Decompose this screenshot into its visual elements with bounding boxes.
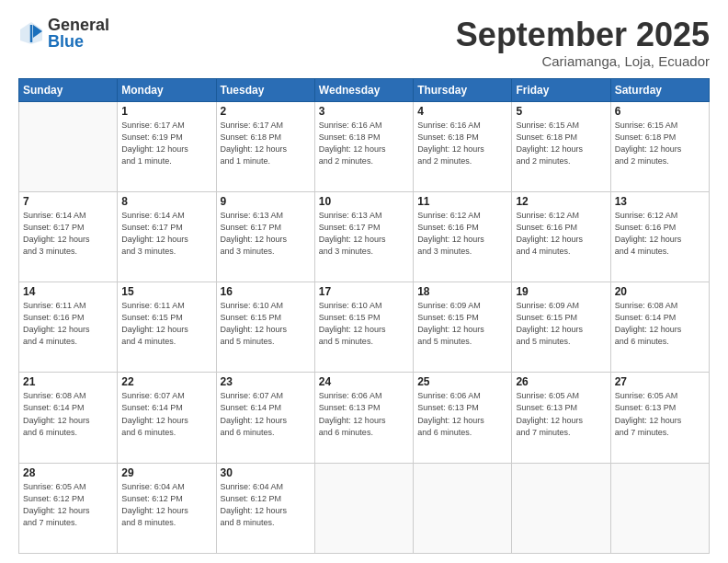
day-info: Sunrise: 6:04 AM Sunset: 6:12 PM Dayligh… <box>121 481 211 529</box>
day-info: Sunrise: 6:08 AM Sunset: 6:14 PM Dayligh… <box>615 300 705 348</box>
day-info: Sunrise: 6:05 AM Sunset: 6:13 PM Dayligh… <box>615 390 705 438</box>
table-cell <box>19 101 118 191</box>
logo: General Blue <box>18 17 109 50</box>
day-info: Sunrise: 6:07 AM Sunset: 6:14 PM Dayligh… <box>121 390 211 438</box>
day-info: Sunrise: 6:11 AM Sunset: 6:16 PM Dayligh… <box>23 300 113 348</box>
day-number: 11 <box>417 195 507 208</box>
day-info: Sunrise: 6:09 AM Sunset: 6:15 PM Dayligh… <box>417 300 507 348</box>
table-cell: 16Sunrise: 6:10 AM Sunset: 6:15 PM Dayli… <box>216 282 314 373</box>
day-info: Sunrise: 6:07 AM Sunset: 6:14 PM Dayligh… <box>221 390 311 438</box>
day-info: Sunrise: 6:10 AM Sunset: 6:15 PM Dayligh… <box>221 300 311 348</box>
day-number: 20 <box>615 285 705 298</box>
col-saturday: Saturday <box>610 78 709 101</box>
day-number: 29 <box>121 466 211 479</box>
day-info: Sunrise: 6:16 AM Sunset: 6:18 PM Dayligh… <box>319 120 409 167</box>
table-cell: 12Sunrise: 6:12 AM Sunset: 6:16 PM Dayli… <box>512 191 610 282</box>
day-number: 1 <box>121 105 211 118</box>
col-tuesday: Tuesday <box>216 78 314 101</box>
col-sunday: Sunday <box>19 78 118 101</box>
day-info: Sunrise: 6:12 AM Sunset: 6:16 PM Dayligh… <box>615 210 705 258</box>
day-number: 13 <box>615 195 705 208</box>
title-section: September 2025 Cariamanga, Loja, Ecuador <box>456 17 710 69</box>
day-number: 28 <box>23 466 113 479</box>
table-cell: 28Sunrise: 6:05 AM Sunset: 6:12 PM Dayli… <box>19 463 118 553</box>
day-info: Sunrise: 6:06 AM Sunset: 6:13 PM Dayligh… <box>319 390 409 438</box>
table-cell: 15Sunrise: 6:11 AM Sunset: 6:15 PM Dayli… <box>118 282 216 373</box>
day-info: Sunrise: 6:16 AM Sunset: 6:18 PM Dayligh… <box>417 120 507 167</box>
day-info: Sunrise: 6:05 AM Sunset: 6:12 PM Dayligh… <box>23 481 113 529</box>
table-cell: 10Sunrise: 6:13 AM Sunset: 6:17 PM Dayli… <box>314 191 413 282</box>
calendar-table: Sunday Monday Tuesday Wednesday Thursday… <box>18 78 710 554</box>
logo-icon <box>18 20 44 46</box>
logo-general-text: General <box>48 17 109 33</box>
day-info: Sunrise: 6:04 AM Sunset: 6:12 PM Dayligh… <box>221 481 311 529</box>
day-info: Sunrise: 6:11 AM Sunset: 6:15 PM Dayligh… <box>121 300 211 348</box>
day-info: Sunrise: 6:14 AM Sunset: 6:17 PM Dayligh… <box>121 210 211 258</box>
day-number: 6 <box>615 105 705 118</box>
day-info: Sunrise: 6:12 AM Sunset: 6:16 PM Dayligh… <box>417 210 507 258</box>
day-number: 24 <box>319 375 409 388</box>
calendar-header-row: Sunday Monday Tuesday Wednesday Thursday… <box>19 78 710 101</box>
day-info: Sunrise: 6:17 AM Sunset: 6:18 PM Dayligh… <box>221 120 311 167</box>
table-cell: 21Sunrise: 6:08 AM Sunset: 6:14 PM Dayli… <box>19 373 118 463</box>
day-number: 26 <box>516 375 606 388</box>
table-cell: 22Sunrise: 6:07 AM Sunset: 6:14 PM Dayli… <box>118 373 216 463</box>
day-info: Sunrise: 6:13 AM Sunset: 6:17 PM Dayligh… <box>221 210 311 258</box>
table-cell: 26Sunrise: 6:05 AM Sunset: 6:13 PM Dayli… <box>512 373 610 463</box>
table-cell: 27Sunrise: 6:05 AM Sunset: 6:13 PM Dayli… <box>610 373 709 463</box>
calendar-week-row: 7Sunrise: 6:14 AM Sunset: 6:17 PM Daylig… <box>19 191 710 282</box>
day-number: 14 <box>23 285 113 298</box>
day-number: 5 <box>516 105 606 118</box>
logo-blue-text: Blue <box>48 33 109 50</box>
day-info: Sunrise: 6:09 AM Sunset: 6:15 PM Dayligh… <box>516 300 606 348</box>
day-number: 10 <box>319 195 409 208</box>
table-cell: 9Sunrise: 6:13 AM Sunset: 6:17 PM Daylig… <box>216 191 314 282</box>
day-info: Sunrise: 6:17 AM Sunset: 6:19 PM Dayligh… <box>121 120 211 167</box>
day-number: 9 <box>221 195 311 208</box>
table-cell: 1Sunrise: 6:17 AM Sunset: 6:19 PM Daylig… <box>118 101 216 191</box>
table-cell: 20Sunrise: 6:08 AM Sunset: 6:14 PM Dayli… <box>610 282 709 373</box>
col-thursday: Thursday <box>414 78 512 101</box>
day-number: 30 <box>221 466 311 479</box>
table-cell: 11Sunrise: 6:12 AM Sunset: 6:16 PM Dayli… <box>414 191 512 282</box>
day-number: 17 <box>319 285 409 298</box>
day-number: 22 <box>121 375 211 388</box>
day-number: 19 <box>516 285 606 298</box>
table-cell <box>314 463 413 553</box>
table-cell: 3Sunrise: 6:16 AM Sunset: 6:18 PM Daylig… <box>314 101 413 191</box>
month-title: September 2025 <box>456 17 710 53</box>
col-friday: Friday <box>512 78 610 101</box>
page: General Blue September 2025 Cariamanga, … <box>0 0 728 563</box>
day-info: Sunrise: 6:15 AM Sunset: 6:18 PM Dayligh… <box>516 120 606 167</box>
day-number: 12 <box>516 195 606 208</box>
day-number: 16 <box>221 285 311 298</box>
day-number: 3 <box>319 105 409 118</box>
day-number: 4 <box>417 105 507 118</box>
table-cell: 2Sunrise: 6:17 AM Sunset: 6:18 PM Daylig… <box>216 101 314 191</box>
header: General Blue September 2025 Cariamanga, … <box>18 17 710 69</box>
day-number: 15 <box>121 285 211 298</box>
table-cell: 13Sunrise: 6:12 AM Sunset: 6:16 PM Dayli… <box>610 191 709 282</box>
table-cell: 5Sunrise: 6:15 AM Sunset: 6:18 PM Daylig… <box>512 101 610 191</box>
day-info: Sunrise: 6:06 AM Sunset: 6:13 PM Dayligh… <box>417 390 507 438</box>
table-cell: 19Sunrise: 6:09 AM Sunset: 6:15 PM Dayli… <box>512 282 610 373</box>
day-number: 7 <box>23 195 113 208</box>
day-info: Sunrise: 6:12 AM Sunset: 6:16 PM Dayligh… <box>516 210 606 258</box>
day-number: 8 <box>121 195 211 208</box>
day-info: Sunrise: 6:15 AM Sunset: 6:18 PM Dayligh… <box>615 120 705 167</box>
table-cell: 6Sunrise: 6:15 AM Sunset: 6:18 PM Daylig… <box>610 101 709 191</box>
day-number: 25 <box>417 375 507 388</box>
calendar-week-row: 21Sunrise: 6:08 AM Sunset: 6:14 PM Dayli… <box>19 373 710 463</box>
table-cell <box>512 463 610 553</box>
table-cell: 29Sunrise: 6:04 AM Sunset: 6:12 PM Dayli… <box>118 463 216 553</box>
day-number: 27 <box>615 375 705 388</box>
table-cell: 24Sunrise: 6:06 AM Sunset: 6:13 PM Dayli… <box>314 373 413 463</box>
day-info: Sunrise: 6:10 AM Sunset: 6:15 PM Dayligh… <box>319 300 409 348</box>
day-number: 18 <box>417 285 507 298</box>
col-wednesday: Wednesday <box>314 78 413 101</box>
table-cell: 4Sunrise: 6:16 AM Sunset: 6:18 PM Daylig… <box>414 101 512 191</box>
logo-text: General Blue <box>48 17 109 50</box>
day-number: 21 <box>23 375 113 388</box>
table-cell: 7Sunrise: 6:14 AM Sunset: 6:17 PM Daylig… <box>19 191 118 282</box>
col-monday: Monday <box>118 78 216 101</box>
